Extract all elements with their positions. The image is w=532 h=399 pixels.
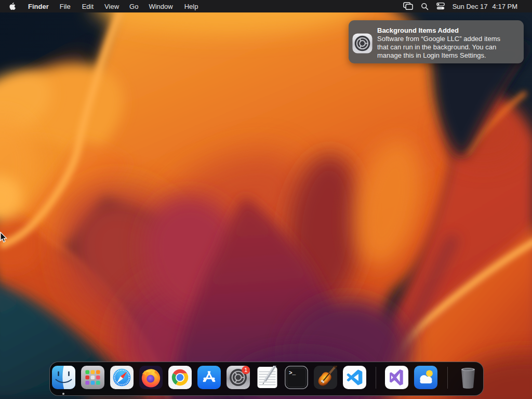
svg-text:1: 1 <box>244 367 247 373</box>
svg-text:>_: >_ <box>289 370 296 376</box>
